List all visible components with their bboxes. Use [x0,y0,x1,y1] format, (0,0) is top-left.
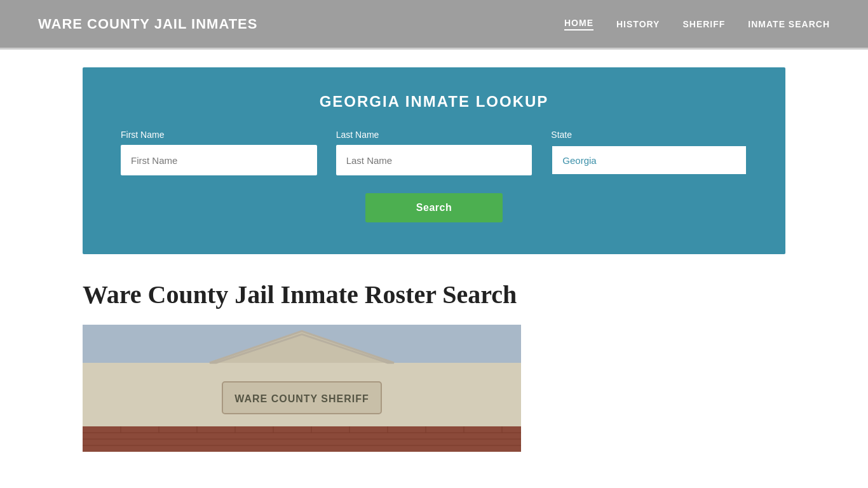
main-content: Ware County Jail Inmate Roster Search WA… [0,254,868,452]
first-name-label: First Name [121,130,317,140]
search-section: GEORGIA INMATE LOOKUP First Name Last Na… [83,67,785,254]
search-section-title: GEORGIA INMATE LOOKUP [121,93,747,111]
nav-sheriff[interactable]: SHERIFF [682,19,725,29]
last-name-group: Last Name [336,130,532,175]
building-illustration: WARE COUNTY SHERIFF [83,325,521,452]
state-input[interactable] [551,145,747,175]
sub-header [0,50,868,67]
first-name-input[interactable] [121,145,317,175]
last-name-input[interactable] [336,145,532,175]
page-title: Ware County Jail Inmate Roster Search [83,280,785,309]
search-button[interactable]: Search [365,193,503,222]
first-name-group: First Name [121,130,317,175]
svg-text:WARE COUNTY SHERIFF: WARE COUNTY SHERIFF [234,393,369,404]
search-fields: First Name Last Name State [121,130,747,175]
site-title: WARE COUNTY JAIL INMATES [38,16,257,32]
nav-inmate-search[interactable]: INMATE SEARCH [748,19,830,29]
building-image: WARE COUNTY SHERIFF [83,325,521,452]
last-name-label: Last Name [336,130,532,140]
search-button-row: Search [121,193,747,222]
state-label: State [551,130,747,140]
state-group: State [551,130,747,175]
nav-history[interactable]: HISTORY [616,19,660,29]
nav-home[interactable]: HOME [564,18,593,30]
site-header: WARE COUNTY JAIL INMATES HOME HISTORY SH… [0,0,868,50]
main-nav: HOME HISTORY SHERIFF INMATE SEARCH [564,18,830,30]
